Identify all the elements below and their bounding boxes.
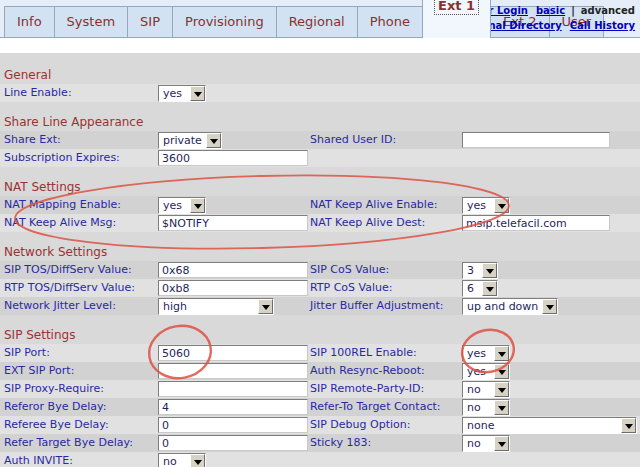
section-nat-settings: NAT SettingsNAT Mapping Enable:yesNAT Ke… — [0, 179, 640, 232]
section-sip-settings: SIP SettingsSIP Port:SIP 100REL Enable:y… — [0, 327, 640, 467]
field-row: SIP Port:SIP 100REL Enable:yes — [0, 344, 640, 362]
input-refer-target-bye-delay[interactable] — [158, 435, 308, 451]
label-nat-keep-alive-enable: NAT Keep Alive Enable: — [310, 198, 437, 211]
chevron-down-icon — [486, 287, 494, 296]
select-rtp-cos-value[interactable]: 6 — [462, 280, 498, 297]
field-row: Auth INVITE:no — [0, 452, 640, 467]
select-value: no — [467, 383, 481, 396]
chevron-down-icon — [210, 139, 218, 148]
select-auth-invite[interactable]: no — [158, 453, 206, 467]
input-nat-keep-alive-dest[interactable] — [462, 215, 610, 231]
field-row: Subscription Expires: — [0, 149, 640, 167]
select-sip-cos-value[interactable]: 3 — [462, 262, 498, 279]
input-shared-user-id[interactable] — [462, 132, 610, 148]
label-nat-keep-alive-msg: NAT Keep Alive Msg: — [4, 216, 116, 229]
select-value: none — [467, 419, 494, 432]
field-row: SIP Proxy-Require:SIP Remote-Party-ID:no — [0, 380, 640, 398]
select-value: up and down — [467, 300, 538, 313]
select-network-jitter-level[interactable]: high — [158, 298, 274, 315]
section-title: Share Line Appearance — [0, 114, 640, 131]
settings-form: GeneralLine Enable:yesShare Line Appeara… — [0, 53, 640, 467]
input-referee-bye-delay[interactable] — [158, 417, 308, 433]
dropdown-arrow-icon — [542, 299, 557, 314]
label-nat-mapping-enable: NAT Mapping Enable: — [4, 198, 121, 211]
dropdown-arrow-icon — [258, 299, 273, 314]
input-subscription-expires[interactable] — [158, 150, 308, 166]
dropdown-arrow-icon — [494, 346, 509, 361]
label-refer-target-bye-delay: Refer Target Bye Delay: — [4, 436, 133, 449]
input-sip-tos-diffserv-value[interactable] — [158, 262, 308, 278]
tab-label: System — [67, 14, 115, 29]
phone-config-page: { "colors": { "section_heading": "#99333… — [0, 0, 640, 467]
dropdown-arrow-icon — [206, 133, 221, 148]
select-share-ext[interactable]: private — [158, 132, 222, 149]
select-auth-resync-reboot[interactable]: yes — [462, 363, 510, 380]
label-sip-debug-option: SIP Debug Option: — [310, 418, 410, 431]
tab-label: Provisioning — [185, 14, 264, 29]
chevron-down-icon — [498, 388, 506, 397]
select-value: no — [467, 401, 481, 414]
input-referor-bye-delay[interactable] — [158, 399, 308, 415]
select-sip-debug-option[interactable]: none — [462, 417, 637, 434]
label-auth-invite: Auth INVITE: — [4, 454, 73, 467]
label-subscription-expires: Subscription Expires: — [4, 151, 120, 164]
tab-label: Info — [17, 14, 42, 29]
select-nat-mapping-enable[interactable]: yes — [158, 197, 206, 214]
select-value: 6 — [467, 282, 474, 295]
field-row: NAT Keep Alive Msg:NAT Keep Alive Dest: — [0, 214, 640, 232]
tab-sip[interactable]: SIP — [127, 6, 173, 38]
dropdown-arrow-icon — [494, 400, 509, 415]
input-ext-sip-port[interactable] — [158, 363, 308, 379]
section-title: NAT Settings — [0, 179, 640, 196]
text-: | — [571, 5, 575, 16]
header-spacer — [0, 38, 640, 53]
tab-provisioning[interactable]: Provisioning — [172, 6, 277, 38]
section-general: GeneralLine Enable:yes — [0, 67, 640, 102]
input-rtp-tos-diffserv-value[interactable] — [158, 280, 308, 296]
dropdown-arrow-icon — [190, 198, 205, 213]
dropdown-arrow-icon — [482, 281, 497, 296]
input-sip-proxy-require[interactable] — [158, 381, 308, 397]
label-refer-to-target-contact: Refer-To Target Contact: — [310, 400, 440, 413]
select-refer-to-target-contact[interactable]: no — [462, 399, 510, 416]
label-sip-100rel-enable: SIP 100REL Enable: — [310, 346, 417, 359]
link-basic[interactable]: basic — [536, 5, 565, 16]
section-title: SIP Settings — [0, 327, 640, 344]
chevron-down-icon — [486, 269, 494, 278]
label-referee-bye-delay: Referee Bye Delay: — [4, 418, 109, 431]
label-sticky-183: Sticky 183: — [310, 436, 371, 449]
tab-info[interactable]: Info — [4, 6, 55, 38]
select-nat-keep-alive-enable[interactable]: yes — [462, 197, 510, 214]
field-row: Network Jitter Level:highJitter Buffer A… — [0, 297, 640, 315]
chevron-down-icon — [262, 305, 270, 314]
select-sip-remote-party-id[interactable]: no — [462, 381, 510, 398]
section-title: General — [0, 67, 640, 84]
tab-ext-1[interactable]: Ext 1 — [422, 0, 491, 38]
tab-system[interactable]: System — [54, 6, 128, 38]
tab-phone[interactable]: Phone — [357, 6, 423, 38]
label-ext-sip-port: EXT SIP Port: — [4, 364, 74, 377]
select-sticky-183[interactable]: no — [462, 435, 510, 452]
input-sip-port[interactable] — [158, 345, 308, 361]
label-sip-port: SIP Port: — [4, 346, 50, 359]
dropdown-arrow-icon — [494, 198, 509, 213]
text-advanced: advanced — [581, 5, 635, 16]
label-sip-cos-value: SIP CoS Value: — [310, 263, 389, 276]
field-row: Referor Bye Delay:Refer-To Target Contac… — [0, 398, 640, 416]
tab-label: Regional — [289, 14, 345, 29]
field-row: Referee Bye Delay:SIP Debug Option:none — [0, 416, 640, 434]
link-call-history[interactable]: Call History — [570, 20, 635, 31]
select-line-enable[interactable]: yes — [158, 85, 206, 102]
tab-regional[interactable]: Regional — [276, 6, 358, 38]
select-value: no — [467, 437, 481, 450]
select-sip-100rel-enable[interactable]: yes — [462, 345, 510, 362]
chevron-down-icon — [498, 204, 506, 213]
section-share-line-appearance: Share Line AppearanceShare Ext:privateSh… — [0, 114, 640, 167]
input-nat-keep-alive-msg[interactable] — [158, 215, 308, 231]
select-jitter-buffer-adjustment[interactable]: up and down — [462, 298, 558, 315]
label-sip-tos-diffserv-value: SIP TOS/DiffServ Value: — [4, 263, 132, 276]
chevron-down-icon — [194, 204, 202, 213]
dropdown-arrow-icon — [482, 263, 497, 278]
select-value: yes — [163, 87, 182, 100]
field-row: RTP TOS/DiffServ Value:RTP CoS Value:6 — [0, 279, 640, 297]
